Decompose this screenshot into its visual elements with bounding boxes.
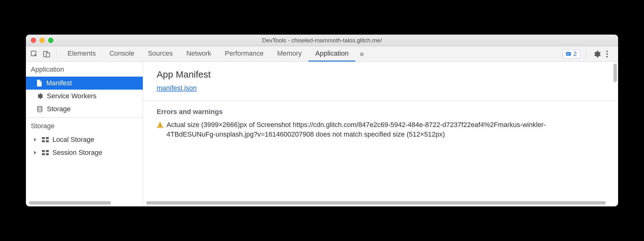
svg-rect-17 (46, 153, 49, 155)
issues-counter[interactable]: 2 (563, 49, 580, 58)
tabs-overflow-button[interactable]: » (355, 46, 368, 61)
manifest-link[interactable]: manifest.json (157, 84, 197, 92)
sidebar-item-label: Storage (47, 105, 71, 113)
section-application: Application (26, 62, 143, 77)
toolbar-divider (586, 50, 587, 58)
sidebar-item-label: Manifest (46, 79, 72, 87)
close-button[interactable] (31, 38, 36, 43)
section-storage: Storage (26, 118, 143, 133)
panel-body: Application Manifest Service Workers (26, 62, 618, 206)
svg-rect-3 (566, 52, 571, 56)
app-manifest-title: App Manifest (157, 69, 605, 80)
gear-icon (36, 93, 43, 99)
tab-performance[interactable]: Performance (218, 46, 270, 61)
sidebar-item-label: Service Workers (47, 92, 97, 100)
file-icon (36, 79, 43, 87)
grid-icon (42, 137, 49, 142)
svg-rect-4 (567, 53, 570, 53)
issues-icon (565, 51, 572, 57)
warning-row: Actual size (3999×2666)px of Screenshot … (157, 120, 605, 139)
content-hscrollbar[interactable] (146, 201, 615, 205)
sidebar-item-session-storage[interactable]: Session Storage (26, 146, 143, 159)
more-options-button[interactable] (606, 50, 615, 58)
svg-point-7 (606, 53, 608, 55)
sidebar-item-local-storage[interactable]: Local Storage (26, 133, 143, 146)
svg-rect-13 (46, 140, 49, 142)
tab-network[interactable]: Network (180, 46, 218, 61)
svg-rect-12 (42, 140, 45, 142)
inspect-element-icon[interactable] (29, 49, 39, 59)
svg-rect-11 (46, 137, 49, 139)
devtools-window: DevTools - chiseled-mammoth-talos.glitch… (26, 35, 618, 206)
sidebar-item-label: Local Storage (52, 136, 94, 144)
svg-rect-10 (42, 137, 45, 139)
device-toolbar-icon[interactable] (41, 49, 52, 59)
errors-heading: Errors and warnings (157, 101, 605, 120)
toolbar-divider (56, 50, 56, 58)
tab-sources[interactable]: Sources (141, 46, 180, 61)
tab-memory[interactable]: Memory (270, 46, 308, 61)
toolbar-right: 2 (563, 49, 615, 58)
sidebar-item-label: Session Storage (52, 149, 102, 157)
sidebar-item-service-workers[interactable]: Service Workers (26, 90, 143, 103)
application-content: App Manifest manifest.json Errors and wa… (143, 62, 618, 206)
kebab-icon (606, 50, 608, 58)
svg-rect-18 (160, 124, 160, 126)
gear-icon (593, 50, 601, 58)
caret-right-icon (33, 151, 38, 154)
svg-rect-14 (42, 150, 45, 152)
tab-console[interactable]: Console (103, 46, 141, 61)
svg-rect-16 (42, 153, 45, 155)
svg-rect-2 (46, 53, 50, 57)
database-icon (36, 106, 43, 112)
settings-button[interactable] (593, 50, 602, 58)
maximize-button[interactable] (48, 38, 53, 43)
panel-tabs: Elements Console Sources Network Perform… (61, 46, 368, 61)
minimize-button[interactable] (39, 38, 45, 43)
window-title: DevTools - chiseled-mammoth-talos.glitch… (26, 37, 618, 44)
application-sidebar: Application Manifest Service Workers (26, 62, 143, 206)
sidebar-divider (26, 117, 143, 118)
svg-point-8 (606, 56, 608, 57)
window-controls (26, 38, 53, 43)
grid-icon (42, 150, 49, 155)
devtools-toolbar: Elements Console Sources Network Perform… (26, 46, 618, 62)
svg-point-9 (38, 106, 42, 108)
sidebar-item-manifest[interactable]: Manifest (26, 77, 143, 90)
sidebar-splitter[interactable] (141, 62, 143, 206)
content-vscrollbar[interactable] (613, 64, 617, 82)
svg-point-6 (606, 50, 608, 52)
tab-application[interactable]: Application (308, 46, 355, 61)
svg-rect-5 (567, 54, 569, 55)
issues-count: 2 (573, 50, 577, 57)
sidebar-item-storage[interactable]: Storage (26, 103, 143, 116)
sidebar-hscrollbar[interactable] (29, 201, 140, 205)
warning-icon (157, 121, 163, 128)
warning-text: Actual size (3999×2666)px of Screenshot … (167, 120, 586, 139)
caret-right-icon (33, 138, 38, 142)
titlebar: DevTools - chiseled-mammoth-talos.glitch… (26, 35, 618, 46)
svg-rect-19 (160, 127, 160, 127)
tab-elements[interactable]: Elements (61, 46, 103, 61)
svg-rect-15 (46, 150, 49, 152)
